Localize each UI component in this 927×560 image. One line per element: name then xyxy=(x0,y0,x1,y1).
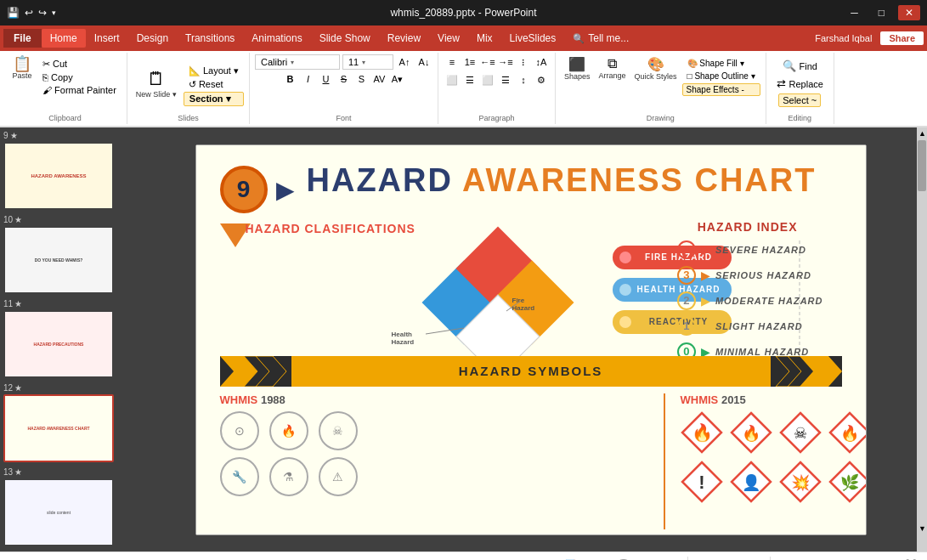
paste-btn[interactable]: 📋 Paste xyxy=(8,54,36,96)
zoom-area: － ＋ 64% xyxy=(774,557,898,561)
line-spacing-btn[interactable]: ↕ xyxy=(515,72,532,88)
find-btn[interactable]: 🔍Find xyxy=(777,58,822,74)
title-bar: 💾 ↩ ↪ ▾ whmis_20889.pptx - PowerPoint ─ … xyxy=(0,0,927,25)
clipboard-group: 📋 Paste ✂ Cut ⎘ Copy 🖌 Format Painter Cl… xyxy=(3,53,127,124)
cut-btn[interactable]: ✂ Cut xyxy=(37,58,122,71)
hazard-row-2: 2 ▶ MODERATE HAZARD xyxy=(677,291,823,310)
fit-slide-btn[interactable]: ⛶ xyxy=(902,556,920,561)
align-left-btn[interactable]: ⬜ xyxy=(444,72,461,88)
hazard-arrow-1: ▶ xyxy=(701,320,710,333)
shape-outline-btn[interactable]: □ Shape Outline ▾ xyxy=(682,71,760,82)
slide-title: HAZARD AWARENESS CHART xyxy=(307,162,817,199)
scroll-down-btn[interactable]: ▼ xyxy=(917,523,927,535)
section-btn[interactable]: Section ▾ xyxy=(184,92,244,106)
mix-menu[interactable]: Mix xyxy=(468,29,501,48)
whmis-word-2015: WHMIS xyxy=(681,393,719,406)
zoom-out-btn[interactable]: － xyxy=(774,557,786,561)
slide-img-11: HAZARD PRECAUTIONS xyxy=(3,310,114,378)
slide-thumb-13[interactable]: 13★ slide content xyxy=(3,467,141,546)
shape-fill-btn[interactable]: 🎨 Shape Fill ▾ xyxy=(682,58,760,69)
whmis-2015-section: WHMIS 2015 🔥 xyxy=(681,393,842,503)
slideshow-menu[interactable]: Slide Show xyxy=(311,29,379,48)
layout-btn[interactable]: 📐 Layout ▾ xyxy=(184,65,244,77)
scroll-up-btn[interactable]: ▲ xyxy=(917,127,927,139)
slide-thumb-10[interactable]: 10★ DO YOU NEED WHMIS? xyxy=(3,215,141,294)
reactivity-dot xyxy=(619,316,631,328)
bullets-btn[interactable]: ≡ xyxy=(444,54,461,70)
home-menu[interactable]: Home xyxy=(42,29,86,48)
title-text: whmis_20889.pptx - PowerPoint xyxy=(109,7,818,19)
file-menu[interactable]: File xyxy=(3,29,42,48)
view-menu[interactable]: View xyxy=(429,29,468,48)
tell-me-input[interactable]: 🔍 Tell me... xyxy=(564,29,637,48)
slide-main[interactable]: 9 ▶ HAZARD AWARENESS CHART HAZARD CLASIF… xyxy=(195,144,867,535)
hazard-arrow-2: ▶ xyxy=(701,294,710,308)
view-reading-btn[interactable]: 📖 xyxy=(729,556,748,561)
design-menu[interactable]: Design xyxy=(128,29,177,48)
convert-smartart-btn[interactable]: ⚙ xyxy=(533,72,550,88)
new-slide-btn[interactable]: 🗒 New Slide ▾ xyxy=(133,66,180,100)
numbering-btn[interactable]: 1≡ xyxy=(461,54,478,70)
minimize-btn[interactable]: ─ xyxy=(844,5,865,20)
view-normal-btn[interactable]: ▦ xyxy=(692,556,710,561)
decrease-indent-btn[interactable]: ←≡ xyxy=(479,54,496,70)
underline-btn[interactable]: U xyxy=(317,71,334,87)
font-size-combo[interactable]: 11 ▾ xyxy=(342,54,393,70)
select-btn[interactable]: Select ~ xyxy=(778,93,821,107)
banner-title-text: HAZARD SYMBOLS xyxy=(291,356,771,387)
quick-styles-btn[interactable]: 🎨 Quick Styles xyxy=(631,54,681,96)
vertical-scrollbar[interactable]: ▲ ▼ xyxy=(917,127,927,552)
slide-panel: 9★ HAZARD AWARENESS 10★ DO YOU NEED WHMI… xyxy=(0,127,144,552)
view-presenter-btn[interactable]: ▷ xyxy=(748,556,766,561)
align-center-btn[interactable]: ☰ xyxy=(461,72,478,88)
quick-access-toolbar: 💾 ↩ ↪ ▾ xyxy=(7,7,109,19)
liveslides-menu[interactable]: LiveSlides xyxy=(501,29,565,48)
copy-btn[interactable]: ⎘ Copy xyxy=(37,71,122,83)
view-slide-sorter-btn[interactable]: ⊞ xyxy=(710,556,729,561)
arrange-btn[interactable]: ⧉ Arrange xyxy=(596,54,630,96)
align-right-btn[interactable]: ⬜ xyxy=(479,72,496,88)
undo-icon[interactable]: ↩ xyxy=(25,7,33,19)
text-shadow-btn[interactable]: S xyxy=(353,71,370,87)
font-name-combo[interactable]: Calibri ▾ xyxy=(255,54,340,70)
scroll-thumb[interactable] xyxy=(918,140,926,191)
decrease-font-btn[interactable]: A↓ xyxy=(415,54,432,70)
review-menu[interactable]: Review xyxy=(379,29,429,48)
justify-btn[interactable]: ☰ xyxy=(497,72,514,88)
font-color-btn[interactable]: A▾ xyxy=(388,71,405,87)
format-painter-btn[interactable]: 🖌 Format Painter xyxy=(37,84,122,96)
increase-indent-btn[interactable]: →≡ xyxy=(497,54,514,70)
redo-icon[interactable]: ↪ xyxy=(38,7,47,19)
maximize-btn[interactable]: □ xyxy=(872,5,891,20)
save-icon[interactable]: 💾 xyxy=(7,7,20,19)
close-btn[interactable]: ✕ xyxy=(898,5,920,20)
status-separator xyxy=(687,557,688,561)
hazard-badge-2: 2 xyxy=(677,291,696,310)
bold-btn[interactable]: B xyxy=(281,71,298,87)
columns-btn[interactable]: ⫶ xyxy=(515,54,532,70)
shape-effects-btn[interactable]: Shape Effects - xyxy=(682,83,760,96)
italic-btn[interactable]: I xyxy=(299,71,316,87)
slide-num-11: 11★ xyxy=(3,299,141,308)
customize-icon[interactable]: ▾ xyxy=(52,8,56,17)
slide-thumb-12[interactable]: 12★ HAZARD AWARENESS CHART xyxy=(3,383,141,462)
char-spacing-btn[interactable]: AV xyxy=(370,71,387,87)
slide-thumb-9[interactable]: 9★ HAZARD AWARENESS xyxy=(3,131,141,210)
slide-thumb-11[interactable]: 11★ HAZARD PRECAUTIONS xyxy=(3,299,141,378)
replace-btn[interactable]: ⇄Replace xyxy=(772,76,828,92)
transitions-menu[interactable]: Transitions xyxy=(177,29,243,48)
strikethrough-btn[interactable]: S xyxy=(335,71,352,87)
hazard-index-title: HAZARD INDEX xyxy=(698,220,798,234)
increase-font-btn[interactable]: A↑ xyxy=(396,54,413,70)
svg-text:💥: 💥 xyxy=(791,473,811,492)
menu-bar: File Home Insert Design Transitions Anim… xyxy=(0,25,927,51)
shapes-btn[interactable]: ⬛ Shapes xyxy=(561,54,594,96)
zoom-in-btn[interactable]: ＋ xyxy=(861,557,873,561)
reset-btn[interactable]: ↺ Reset xyxy=(184,78,244,91)
share-btn[interactable]: Share xyxy=(880,31,924,45)
text-direction-btn[interactable]: ↕A xyxy=(533,54,550,70)
slides-group: 🗒 New Slide ▾ 📐 Layout ▾ ↺ Reset Section… xyxy=(127,53,250,124)
animations-menu[interactable]: Animations xyxy=(243,29,310,48)
slide-img-12: HAZARD AWARENESS CHART xyxy=(3,394,114,462)
insert-menu[interactable]: Insert xyxy=(86,29,128,48)
